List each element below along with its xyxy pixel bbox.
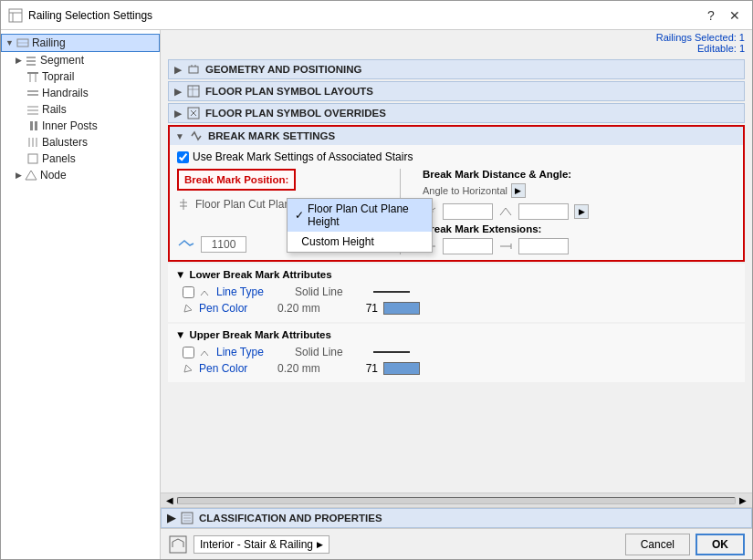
- upper-pen-color-label: Pen Color: [199, 362, 272, 375]
- sidebar-item-balusters[interactable]: Balusters: [1, 134, 160, 150]
- segment-icon: [25, 54, 37, 67]
- ext-value-1[interactable]: 0: [443, 238, 493, 254]
- upper-pen-icon: [183, 363, 193, 374]
- height-value-icon: [177, 238, 195, 251]
- sidebar-item-inner-posts[interactable]: Inner Posts: [1, 118, 160, 134]
- use-break-mark-checkbox[interactable]: [177, 151, 189, 163]
- upper-pen-color-value: 0.20 mm: [277, 362, 350, 375]
- position-distance-area: Break Mark Position:: [177, 169, 736, 254]
- sidebar-label-rails: Rails: [42, 103, 67, 116]
- geometry-section-header[interactable]: ▶ GEOMETRY AND POSITIONING: [168, 59, 745, 79]
- ok-button[interactable]: OK: [695, 534, 745, 555]
- sidebar-item-toprail[interactable]: Toprail: [1, 68, 160, 85]
- upper-title-text: Upper Break Mark Attributes: [189, 329, 331, 340]
- context-selector[interactable]: Interior - Stair & Railing ▶: [193, 535, 329, 554]
- sidebar-item-handrails[interactable]: Handrails: [1, 85, 160, 101]
- sidebar-item-segment[interactable]: ▶ Segment: [1, 52, 160, 68]
- angle-label: Angle to Horizontal: [423, 185, 507, 196]
- upper-line-type-row: Line Type Solid Line: [175, 344, 737, 360]
- solid-line-preview-lower: [373, 288, 410, 296]
- upper-pen-color-row: Pen Color 0.20 mm 71: [175, 360, 737, 377]
- upper-expand-arrow: ▼: [175, 329, 185, 340]
- sidebar-item-panels[interactable]: Panels: [1, 150, 160, 167]
- sidebar-item-node[interactable]: ▶ Node: [1, 167, 160, 183]
- titlebar: Railing Selection Settings ? ✕: [1, 1, 752, 30]
- scroll-left-btn[interactable]: ◀: [162, 495, 177, 505]
- top-info: Railings Selected: 1 Editable: 1: [161, 30, 752, 56]
- railings-selected: Railings Selected: 1: [168, 32, 745, 43]
- floor-plan-layouts-icon: [187, 85, 200, 98]
- lower-line-type-checkbox[interactable]: [183, 286, 194, 298]
- scroll-right-btn[interactable]: ▶: [736, 495, 750, 505]
- node-icon: [25, 169, 37, 181]
- angle-degrees[interactable]: 30.00°: [518, 203, 569, 220]
- break-mark-section: ▼ BREAK MARK SETTINGS Use Break Mark Set…: [168, 125, 745, 262]
- layouts-expand-arrow: ▶: [174, 87, 182, 97]
- height-dropdown-popup: ✓ Floor Plan Cut Plane Height Custom Hei…: [287, 198, 433, 253]
- close-button[interactable]: ✕: [725, 5, 745, 26]
- position-text: Break Mark Position:: [184, 174, 288, 185]
- upper-color-swatch[interactable]: [383, 362, 420, 375]
- break-mark-body: Use Break Mark Settings of Associated St…: [170, 145, 743, 260]
- angle-arrow-btn-2[interactable]: ▶: [574, 204, 589, 219]
- lower-title-text: Lower Break Mark Attributes: [189, 269, 331, 280]
- cancel-button[interactable]: Cancel: [625, 534, 690, 555]
- rails-icon: [26, 103, 39, 116]
- main-window: Railing Selection Settings ? ✕ ▼ Railing…: [0, 0, 753, 560]
- help-button[interactable]: ?: [701, 5, 721, 26]
- upper-line-type-checkbox[interactable]: [183, 347, 194, 358]
- break-mark-header[interactable]: ▼ BREAK MARK SETTINGS: [170, 127, 743, 145]
- option-floor-plan-cut-plane[interactable]: ✓ Floor Plan Cut Plane Height: [288, 199, 432, 232]
- extensions-title: Break Mark Extensions:: [423, 223, 736, 234]
- bottom-bar: Interior - Stair & Railing ▶ Cancel OK: [161, 528, 752, 559]
- option-label-0: Floor Plan Cut Plane Height: [308, 202, 424, 228]
- angle-value-1[interactable]: 150: [443, 203, 493, 220]
- lower-attrs-section: ▼ Lower Break Mark Attributes Line Type …: [168, 264, 745, 322]
- footer-sections: ▶ CLASSIFICATION AND PROPERTIES: [161, 507, 752, 528]
- angle-inputs-row: 150 30.00° ▶: [423, 203, 736, 220]
- lower-pen-color-label: Pen Color: [199, 302, 272, 315]
- height-dropdown-area: Floor Plan Cut Plane Height ✓ Floor Plan…: [177, 198, 378, 253]
- floor-plan-layouts-header[interactable]: ▶ FLOOR PLAN SYMBOL LAYOUTS: [168, 81, 745, 101]
- upper-line-type-value: Solid Line: [295, 346, 368, 358]
- horizontal-scrollbar[interactable]: ◀ ▶: [161, 493, 752, 507]
- sidebar-item-rails[interactable]: Rails: [1, 101, 160, 118]
- floor-plan-overrides-header[interactable]: ▶ FLOOR PLAN SYMBOL OVERRIDES: [168, 103, 745, 123]
- svg-rect-23: [189, 67, 198, 73]
- floor-plan-overrides-icon: [187, 107, 200, 119]
- extensions-row: 0 0: [423, 238, 736, 254]
- upper-attrs-section: ▼ Upper Break Mark Attributes Line Type …: [168, 324, 745, 382]
- lower-line-type-icon: [200, 286, 211, 297]
- break-mark-expand-arrow: ▼: [175, 131, 184, 141]
- svg-rect-0: [9, 9, 22, 22]
- floor-plan-overrides-label: FLOOR PLAN SYMBOL OVERRIDES: [205, 108, 386, 119]
- geometry-expand-arrow: ▶: [174, 65, 182, 75]
- classification-header[interactable]: ▶ CLASSIFICATION AND PROPERTIES: [161, 508, 752, 528]
- sidebar-label-segment: Segment: [40, 54, 84, 67]
- panels-icon: [26, 152, 39, 165]
- ext-value-2[interactable]: 0: [518, 238, 569, 254]
- svg-rect-26: [188, 86, 199, 97]
- break-mark-icon: [190, 130, 203, 142]
- use-checkbox-row: Use Break Mark Settings of Associated St…: [177, 150, 736, 163]
- balusters-icon: [26, 136, 39, 149]
- upper-line-type-icon: [200, 347, 211, 358]
- svg-rect-17: [35, 121, 37, 130]
- selector-arrow: ▶: [317, 540, 323, 549]
- solid-line-preview-upper: [373, 348, 410, 356]
- height-value[interactable]: 1100: [201, 236, 246, 253]
- geometry-label: GEOMETRY AND POSITIONING: [205, 64, 361, 75]
- lower-pen-icon: [183, 303, 193, 314]
- lower-pen-color-value: 0.20 mm: [277, 302, 350, 315]
- sidebar-label-railing: Railing: [32, 36, 66, 49]
- lower-color-swatch[interactable]: [383, 302, 420, 315]
- sidebar-item-railing[interactable]: ▼ Railing: [1, 34, 160, 52]
- ext-icon-2: [498, 239, 513, 254]
- angle-arrow-btn[interactable]: ▶: [511, 183, 526, 198]
- geometry-icon: [187, 63, 200, 76]
- content-area: ▼ Railing ▶ Segment: [1, 30, 752, 559]
- scroll-track[interactable]: [177, 497, 736, 504]
- expand-icon-node: ▶: [16, 171, 22, 180]
- height-icon: [177, 198, 190, 211]
- option-custom-height[interactable]: Custom Height: [288, 232, 432, 252]
